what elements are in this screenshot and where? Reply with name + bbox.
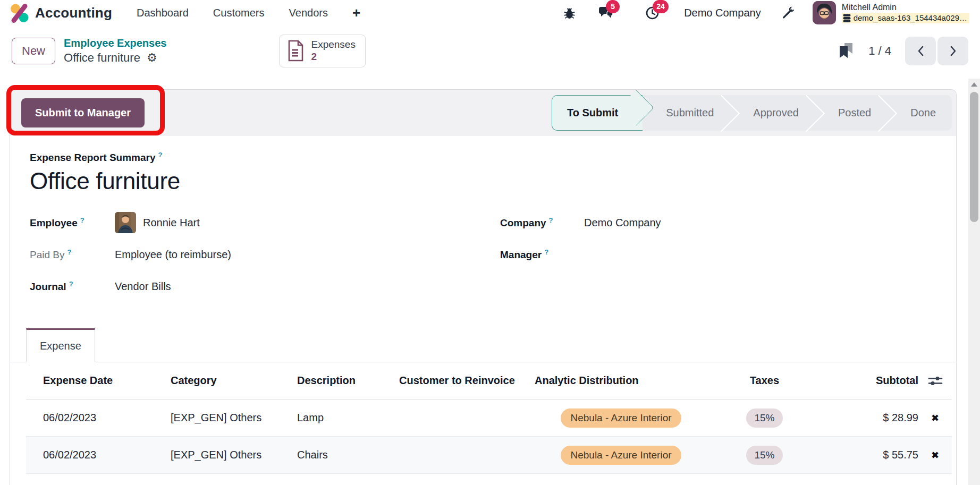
- record-title[interactable]: Office furniture: [30, 168, 956, 194]
- cell-expense-date[interactable]: 06/02/2023: [26, 449, 171, 461]
- cell-taxes[interactable]: 15%: [707, 446, 822, 465]
- nav-menus: Dashboard Customers Vendors: [137, 7, 328, 19]
- journal-value[interactable]: Vendor Bills: [115, 280, 171, 293]
- col-description[interactable]: Description: [297, 375, 399, 387]
- table-row[interactable]: 06/02/2023 [EXP_GEN] Others Lamp Nebula …: [26, 399, 952, 437]
- stage-pipeline: To Submit Submitted Approved Posted Done: [552, 95, 952, 131]
- col-subtotal[interactable]: Subtotal: [822, 375, 918, 387]
- help-icon: ?: [69, 280, 73, 288]
- document-icon: [287, 40, 305, 62]
- field-manager: Manager?: [500, 243, 956, 266]
- chevron-right-icon: [949, 45, 957, 57]
- delete-row-icon[interactable]: ✖: [918, 449, 952, 461]
- paid-by-label: Paid By?: [30, 248, 115, 261]
- debug-bug-icon[interactable]: [563, 6, 576, 20]
- cell-expense-date[interactable]: 06/02/2023: [26, 412, 171, 424]
- analytic-tag[interactable]: Nebula - Azure Interior: [561, 446, 681, 465]
- company-label: Company?: [500, 216, 584, 229]
- submit-to-manager-button[interactable]: Submit to Manager: [21, 98, 145, 127]
- company-value[interactable]: Demo Company: [584, 217, 661, 229]
- menu-dashboard[interactable]: Dashboard: [137, 7, 189, 19]
- cell-subtotal: $ 55.75: [822, 449, 918, 461]
- table-row[interactable]: 06/02/2023 [EXP_GEN] Others Chairs Nebul…: [26, 437, 952, 474]
- messages-count-badge: 5: [606, 0, 620, 13]
- database-name: demo_saas-163_154434a029…: [842, 13, 969, 24]
- user-name: Mitchell Admin: [842, 3, 897, 12]
- control-panel: New Employee Expenses Office furniture ⚙…: [0, 25, 980, 76]
- chevron-left-icon: [917, 45, 925, 57]
- new-button[interactable]: New: [12, 38, 55, 64]
- manager-label: Manager?: [500, 248, 584, 261]
- summary-field-label: Expense Report Summary?: [30, 151, 956, 164]
- scrollbar-thumb[interactable]: [970, 92, 978, 222]
- breadcrumb-current: Office furniture: [64, 51, 140, 65]
- cell-analytic-distribution[interactable]: Nebula - Azure Interior: [535, 446, 707, 465]
- user-avatar[interactable]: [813, 1, 836, 24]
- vertical-scrollbar[interactable]: [968, 79, 980, 485]
- help-icon: ?: [67, 248, 71, 256]
- optional-columns-icon[interactable]: [918, 375, 952, 387]
- developer-tools-icon[interactable]: [781, 6, 795, 20]
- menu-vendors[interactable]: Vendors: [289, 7, 328, 19]
- col-expense-date[interactable]: Expense Date: [26, 375, 171, 387]
- delete-row-icon[interactable]: ✖: [918, 412, 952, 423]
- navbar-systray: 5 24 Demo Company: [563, 1, 969, 24]
- cell-taxes[interactable]: 15%: [707, 409, 822, 428]
- pager-previous-button[interactable]: [905, 37, 936, 65]
- stat-button-count: 2: [311, 51, 317, 62]
- database-icon: [843, 14, 851, 23]
- pager-next-button[interactable]: [937, 37, 968, 65]
- cell-subtotal: $ 28.99: [822, 412, 918, 424]
- breadcrumb: Employee Expenses Office furniture ⚙: [64, 37, 166, 65]
- cell-category[interactable]: [EXP_GEN] Others: [171, 412, 297, 424]
- breadcrumb-parent[interactable]: Employee Expenses: [64, 37, 166, 49]
- statusbar: Submit to Manager To Submit Submitted Ap…: [10, 90, 956, 136]
- notebook-tabs: Expense: [10, 328, 956, 362]
- scroll-up-arrow-icon[interactable]: [971, 82, 977, 87]
- col-analytic-distribution[interactable]: Analytic Distribution: [535, 375, 707, 387]
- stage-to-submit[interactable]: To Submit: [552, 95, 643, 131]
- user-menu[interactable]: Mitchell Admin demo_saas-163_154434a029…: [842, 2, 969, 24]
- col-category[interactable]: Category: [171, 375, 297, 387]
- employee-label: Employee?: [30, 216, 115, 229]
- table-header-row: Expense Date Category Description Custom…: [26, 362, 952, 399]
- field-employee: Employee?: [30, 211, 500, 234]
- cell-category[interactable]: [EXP_GEN] Others: [171, 449, 297, 461]
- expenses-stat-button[interactable]: Expenses 2: [279, 35, 365, 67]
- employee-avatar: [115, 212, 136, 233]
- bookmark-icon[interactable]: [839, 42, 854, 59]
- pager-value: 1 / 4: [868, 44, 891, 58]
- cell-analytic-distribution[interactable]: Nebula - Azure Interior: [535, 409, 707, 428]
- cell-description[interactable]: Lamp: [297, 412, 399, 424]
- app-switcher[interactable]: Accounting: [10, 3, 112, 23]
- tax-tag[interactable]: 15%: [746, 446, 782, 465]
- gear-icon[interactable]: ⚙: [147, 52, 157, 64]
- top-navbar: Accounting Dashboard Customers Vendors +: [0, 0, 980, 25]
- help-icon: ?: [80, 216, 85, 224]
- tax-tag[interactable]: 15%: [746, 409, 782, 428]
- help-icon: ?: [158, 151, 163, 159]
- tab-expense[interactable]: Expense: [26, 328, 95, 362]
- help-icon: ?: [549, 216, 553, 224]
- field-grid: Employee?: [30, 211, 956, 307]
- stat-button-label: Expenses: [311, 39, 355, 50]
- activities-clock-icon[interactable]: 24: [645, 6, 660, 20]
- help-icon: ?: [544, 248, 548, 256]
- expense-lines-table: Expense Date Category Description Custom…: [26, 362, 952, 474]
- col-taxes[interactable]: Taxes: [707, 375, 822, 387]
- paid-by-value[interactable]: Employee (to reimburse): [115, 249, 231, 261]
- menu-customers[interactable]: Customers: [213, 7, 265, 19]
- field-journal: Journal? Vendor Bills: [30, 275, 500, 297]
- cell-description[interactable]: Chairs: [297, 449, 399, 461]
- stage-done[interactable]: Done: [887, 95, 952, 131]
- company-switcher[interactable]: Demo Company: [684, 7, 761, 19]
- form-sheet: Submit to Manager To Submit Submitted Ap…: [10, 89, 957, 485]
- journal-label: Journal?: [30, 280, 115, 293]
- analytic-tag[interactable]: Nebula - Azure Interior: [561, 409, 681, 428]
- messages-icon[interactable]: 5: [598, 6, 614, 20]
- app-name: Accounting: [35, 5, 112, 21]
- plus-icon[interactable]: +: [352, 6, 360, 20]
- employee-value[interactable]: Ronnie Hart: [115, 212, 200, 233]
- activities-count-badge: 24: [653, 0, 669, 13]
- col-customer-to-reinvoice[interactable]: Customer to Reinvoice: [399, 375, 535, 387]
